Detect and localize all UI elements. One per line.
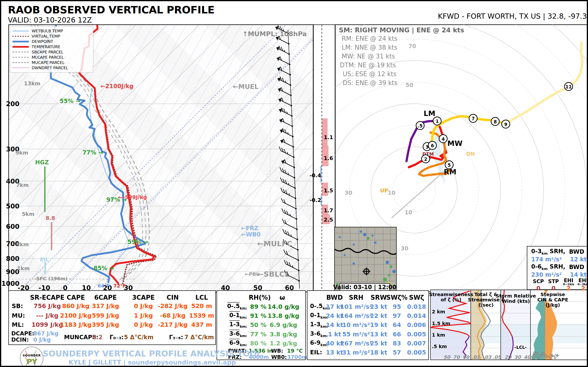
storm-motion-line: RM: ENE @ 24 kts bbox=[342, 35, 398, 42]
legend-item: MUCAPE PARCEL bbox=[12, 60, 91, 65]
frz-label: ←FRZ bbox=[241, 225, 258, 232]
col-header: SR-ECAPE bbox=[30, 294, 64, 301]
layer-range: 0-.5 bbox=[227, 302, 240, 309]
srh-value: 31 m²/s² bbox=[342, 349, 370, 356]
dn-label: DN bbox=[466, 151, 475, 157]
swpct-value: 83 bbox=[393, 340, 401, 347]
wb0-value: 3700m bbox=[287, 354, 307, 360]
srw-value: 18 kt bbox=[370, 349, 387, 356]
skewt-legend: WETBULB TEMP VIRTUAL TEMP DEWPOINT TEMPE… bbox=[10, 26, 93, 73]
mu-6cape: 599 J/kg bbox=[92, 312, 119, 319]
sb-cin: -282 J/kg bbox=[158, 303, 188, 309]
panel-title: Stepwise bbox=[541, 292, 565, 297]
axis-tick: 30 bbox=[514, 354, 521, 360]
temperature-line-icon bbox=[12, 46, 29, 48]
row-label: MU: bbox=[12, 312, 25, 319]
station-label: KFWD - FORT WORTH, TX US | 32.8, -97.3 bbox=[438, 12, 587, 20]
panel-title: (J/kg) bbox=[545, 302, 560, 308]
legend-item: DWNDRFT PARCEL bbox=[12, 65, 91, 70]
bwd-header: BWD bbox=[569, 264, 584, 270]
mucape-line-icon bbox=[12, 62, 29, 63]
ml-cin: -217 J/kg bbox=[158, 321, 188, 328]
hodo-marker: 9 bbox=[502, 120, 510, 129]
srh-0-6-header: 0-6km SRH, bbox=[531, 263, 565, 271]
row-label: SB: bbox=[12, 303, 23, 309]
row-label: 0-.5km: bbox=[227, 303, 247, 310]
row-label: 3-6km: bbox=[229, 330, 247, 338]
storm-motion-line: DTM: NE @ 19 kts bbox=[340, 62, 396, 69]
dewpoint-line-icon bbox=[12, 41, 29, 42]
srh-text: SRH, bbox=[548, 263, 565, 270]
height-label: 3km bbox=[16, 242, 29, 248]
axis-tick: .03 bbox=[483, 354, 491, 360]
omega-value: -0.4 bbox=[310, 173, 321, 178]
hodo-marker: 7 bbox=[469, 114, 478, 123]
srh-value: 101 m²/s² bbox=[340, 303, 372, 310]
storm-motion-line: DS: ENE @ 39 kts bbox=[343, 79, 398, 86]
radar-inset bbox=[335, 227, 396, 292]
stp-value: 0 bbox=[552, 285, 556, 292]
wb-value: 19 °C bbox=[287, 348, 303, 354]
mumpl-label: ↑MUMPL: 108hPa bbox=[242, 30, 307, 38]
col-header: LCL bbox=[195, 294, 208, 301]
sb-3cape: 0 J/kg bbox=[134, 303, 153, 309]
legend-item: MLCAPE PARCEL bbox=[12, 55, 91, 60]
surface-dewpoint-label: 64°F bbox=[98, 283, 110, 289]
ml-cape: 1183 J/kg bbox=[60, 321, 91, 328]
lapse-3-6-value: 7 Δ°C/km bbox=[184, 334, 214, 341]
hail-param-label: 8.8 bbox=[46, 215, 55, 221]
srw-value: 13 kt bbox=[370, 331, 387, 338]
omega-value: 1.6 bbox=[324, 155, 333, 161]
omega-value: 1.5 bbox=[324, 188, 333, 193]
hodo-marker: 6 bbox=[428, 141, 437, 150]
dcape-label: DCAPE: bbox=[11, 330, 34, 337]
col-header: SRW bbox=[371, 294, 387, 301]
mu-cin: -68 J/kg bbox=[160, 312, 186, 319]
wb-label: WB: bbox=[271, 348, 283, 354]
srw-value: 19 kt bbox=[370, 321, 387, 328]
legend-item: DEWPOINT bbox=[12, 39, 91, 44]
dcin-value: 0 J/kg bbox=[33, 337, 51, 343]
legend-item: WETBULB TEMP bbox=[12, 28, 91, 33]
rh-annotation: 77% → bbox=[83, 149, 103, 156]
ring-label: 30 bbox=[345, 190, 352, 196]
sb-srecape: 756 J/kg bbox=[34, 303, 61, 309]
w-value: 3.8 g/kg bbox=[270, 331, 297, 338]
mulfc-label: ←MULFC bbox=[257, 239, 292, 248]
pressure-tick: 200 bbox=[6, 100, 19, 108]
pressure-tick: 1000 bbox=[1, 280, 19, 287]
rh-value: 80 % bbox=[250, 340, 267, 347]
hodo-marker: 4 bbox=[439, 134, 448, 143]
page-title: RAOB OBSERVED VERTICAL PROFILE bbox=[8, 4, 214, 16]
legend-item: VIRTUAL TEMP bbox=[12, 33, 91, 39]
row-label: 6-9km: bbox=[310, 340, 328, 347]
storm-motion-title: SM: RIGHT MOVING | ENE @ 24 kts bbox=[339, 26, 464, 34]
legend-label: DWNDRFT PARCEL bbox=[32, 66, 68, 70]
legend-label: MLCAPE PARCEL bbox=[32, 55, 64, 60]
panel-title: of ζ (%) bbox=[441, 297, 462, 303]
axis-tick: 90 bbox=[463, 354, 469, 360]
muel-label: ←MUEL bbox=[233, 83, 259, 90]
layer-range: 1-3 bbox=[229, 320, 240, 328]
legend-label: WETBULB TEMP bbox=[32, 29, 63, 33]
dcin-label: DCIN: bbox=[11, 337, 29, 343]
row-label: 6-9km: bbox=[229, 340, 247, 347]
pbl-label: ←PBL bbox=[245, 271, 259, 277]
bwd-value: 13 kt bbox=[326, 349, 343, 356]
lapse-0-3-value: 5 Δ°C/km bbox=[124, 334, 154, 341]
row-label: EIL: bbox=[310, 349, 322, 356]
storm-motion-line: LM: NNE @ 38 kts bbox=[342, 44, 397, 51]
up-label: UP bbox=[380, 188, 388, 193]
height-label: 9km bbox=[16, 150, 28, 156]
pressure-tick: 800 bbox=[6, 255, 19, 262]
wb0-row-label: WB0: bbox=[271, 354, 287, 360]
layer-sub: km: bbox=[240, 324, 247, 329]
w-value: 6.9 g/kg bbox=[270, 321, 297, 328]
layer-sub: km: bbox=[240, 315, 247, 320]
rh-annotation: 97% → bbox=[106, 196, 127, 203]
srh-range-sub: km bbox=[542, 251, 547, 256]
storm-motion-line: US: ESE @ 12 kts bbox=[343, 70, 397, 78]
hodo-marker: 2 bbox=[421, 155, 430, 163]
wb0-label: ←WB0 bbox=[241, 231, 261, 238]
ring-label: 50 bbox=[406, 82, 413, 88]
